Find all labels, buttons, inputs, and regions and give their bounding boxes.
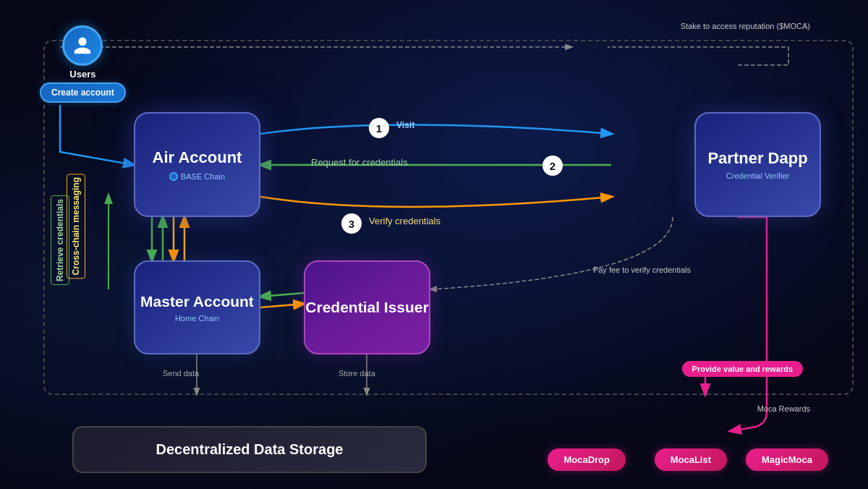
step-2-label: Request for credentials: [311, 157, 408, 168]
credential-issuer-title: Credential Issuer: [305, 298, 428, 316]
step-1-badge: 1: [369, 118, 389, 138]
partner-dapp-card: Partner Dapp Credential Verifier: [694, 112, 821, 217]
user-label: Users: [69, 69, 95, 80]
provide-value-button: Provide value and rewards: [682, 361, 803, 377]
air-account-subtitle: BASE Chain: [169, 172, 225, 181]
air-account-title: Air Account: [153, 148, 242, 167]
arrows-overlay: [0, 0, 868, 489]
data-storage-label: Decentralized Data Storage: [156, 441, 344, 458]
send-data-label: Send data: [163, 369, 199, 378]
air-account-card: Air Account BASE Chain: [134, 112, 260, 217]
create-account-button[interactable]: Create account: [40, 82, 126, 103]
store-data-label: Store data: [339, 369, 375, 378]
master-account-card: Master Account Home Chain: [134, 260, 260, 354]
partner-dapp-subtitle: Credential Verifier: [726, 171, 789, 180]
master-account-subtitle: Home Chain: [175, 314, 219, 323]
credential-issuer-card: Credential Issuer: [304, 260, 430, 354]
stake-label: Stake to access reputation ($MOCA): [681, 22, 810, 30]
pay-fee-label: Pay fee to verify credentials: [593, 265, 691, 274]
user-avatar: [62, 25, 103, 66]
step-3-label: Verify credentials: [369, 216, 441, 226]
step-3-badge: 3: [341, 213, 362, 234]
data-storage-box: Decentralized Data Storage: [72, 426, 427, 473]
base-chain-dot: [169, 172, 178, 181]
magicmoca-button[interactable]: MagicMoca: [746, 448, 828, 471]
master-account-title: Master Account: [140, 292, 254, 310]
step-2-badge: 2: [542, 156, 563, 176]
user-node: Users Create account: [40, 25, 126, 103]
mocadrop-button[interactable]: MocaDrop: [548, 448, 626, 471]
mocalist-button[interactable]: MocaList: [655, 448, 727, 471]
partner-dapp-title: Partner Dapp: [707, 149, 807, 168]
crosschain-messaging-label: Cross-chain messaging: [67, 174, 85, 278]
step-1-label: Visit: [396, 120, 414, 130]
moca-rewards-label: Moca Rewards: [757, 404, 810, 413]
